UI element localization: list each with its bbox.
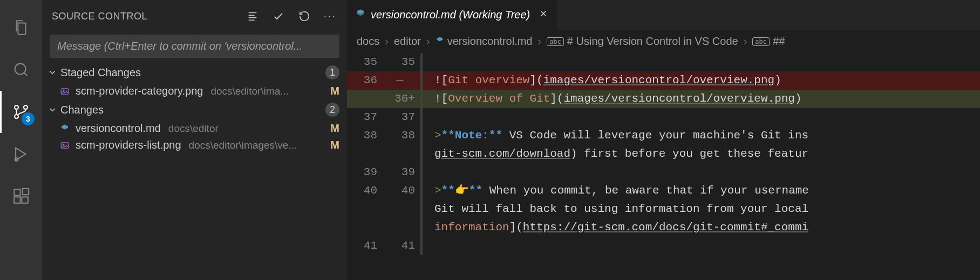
svg-point-10 <box>63 90 64 91</box>
diff-line[interactable]: 3737 <box>347 108 980 126</box>
diff-code: >**👉** When you commit, be aware that if… <box>423 182 980 200</box>
chevron-right-icon: › <box>537 35 541 48</box>
close-tab-icon[interactable] <box>539 9 548 21</box>
commit-message-container <box>50 35 339 58</box>
diff-line[interactable]: 4141 <box>347 237 980 255</box>
svg-rect-8 <box>23 189 29 195</box>
scm-badge: 3 <box>22 112 35 125</box>
diff-code: >**Note:** VS Code will leverage your ma… <box>423 126 980 145</box>
source-control-panel: SOURCE CONTROL ··· Staged Changes 1 <box>42 0 347 280</box>
line-number-gutter <box>347 145 423 163</box>
scm-file-row[interactable]: scm-providers-list.png docs\editor\image… <box>42 137 347 154</box>
chevron-down-icon <box>46 68 58 77</box>
file-name: scm-provider-category.png <box>76 85 203 97</box>
diff-code <box>423 237 980 255</box>
file-status-badge: M <box>330 122 339 135</box>
diff-code: Git will fall back to using information … <box>423 200 980 218</box>
line-number-gutter: 3838 <box>347 126 423 145</box>
diff-line[interactable]: 36—![Git overview](images/versioncontrol… <box>347 71 980 90</box>
commit-icon[interactable] <box>271 9 285 23</box>
activity-run-debug[interactable] <box>0 133 42 175</box>
diff-line[interactable]: information](https://git-scm.com/docs/gi… <box>347 218 980 237</box>
chevron-right-icon: › <box>385 35 389 48</box>
line-number-gutter: 4141 <box>347 237 423 255</box>
svg-rect-6 <box>14 197 20 203</box>
file-path: docs\editor <box>168 123 321 135</box>
image-file-icon <box>59 86 70 97</box>
activity-source-control[interactable]: 3 <box>0 91 42 133</box>
markdown-file-icon <box>356 9 365 21</box>
line-number-gutter: 3535 <box>347 53 423 71</box>
scm-file-row[interactable]: scm-provider-category.png docs\editor\im… <box>42 83 347 99</box>
diff-line[interactable]: git-scm.com/download) first before you g… <box>347 145 980 163</box>
scm-group-header[interactable]: Changes 2 <box>42 99 347 120</box>
chevron-right-icon: › <box>426 35 430 48</box>
panel-header: SOURCE CONTROL ··· <box>42 0 347 32</box>
view-as-tree-icon[interactable] <box>246 9 260 23</box>
line-number-gutter <box>347 200 423 218</box>
breadcrumb-segment[interactable]: abc ## <box>752 35 785 48</box>
svg-point-12 <box>63 144 64 145</box>
diff-line[interactable]: 3535 <box>347 53 980 71</box>
line-number-gutter: 36— <box>347 71 423 90</box>
svg-point-2 <box>24 105 28 109</box>
line-number-gutter: 3939 <box>347 163 423 182</box>
scm-group-header[interactable]: Staged Changes 1 <box>42 62 347 83</box>
file-path: docs\editor\images\ve... <box>189 139 321 151</box>
diff-code <box>423 53 980 71</box>
refresh-icon[interactable] <box>297 9 311 23</box>
file-name: versioncontrol.md <box>76 122 161 135</box>
activity-extensions[interactable] <box>0 175 42 217</box>
chevron-right-icon: › <box>744 35 747 48</box>
diff-code: ![Git overview](images/versioncontrol/ov… <box>423 71 980 90</box>
markdown-file-icon <box>59 123 70 134</box>
markdown-file-icon <box>435 35 444 48</box>
tab-bar: versioncontrol.md (Working Tree) <box>347 0 980 30</box>
file-status-badge: M <box>330 139 339 151</box>
scm-file-row[interactable]: versioncontrol.md docs\editor M <box>42 120 347 137</box>
svg-rect-7 <box>22 197 28 203</box>
diff-line[interactable]: 36+![Overview of Git](images/versioncont… <box>347 90 980 108</box>
file-status-badge: M <box>330 85 339 97</box>
diff-line[interactable]: 3838>**Note:** VS Code will leverage you… <box>347 126 980 145</box>
activity-explorer[interactable] <box>0 6 42 49</box>
diff-line[interactable]: 4040>**👉** When you commit, be aware tha… <box>347 182 980 200</box>
svg-point-3 <box>15 115 18 118</box>
more-actions-icon[interactable]: ··· <box>323 9 337 23</box>
activity-bar: 3 <box>0 0 42 280</box>
editor-tab[interactable]: versioncontrol.md (Working Tree) <box>347 0 557 30</box>
breadcrumb[interactable]: docs › editor › versioncontrol.md › abc … <box>347 30 980 53</box>
group-count-badge: 2 <box>325 103 339 117</box>
diff-line[interactable]: Git will fall back to using information … <box>347 200 980 218</box>
diff-code <box>423 163 980 182</box>
commit-message-input[interactable] <box>50 35 339 58</box>
breadcrumb-segment[interactable]: abc # Using Version Control in VS Code <box>547 35 738 48</box>
image-file-icon <box>59 140 70 151</box>
svg-point-0 <box>15 64 26 75</box>
file-name: scm-providers-list.png <box>76 139 181 151</box>
group-label: Changes <box>60 104 325 116</box>
tab-label: versioncontrol.md (Working Tree) <box>371 9 530 21</box>
diff-code: ![Overview of Git](images/versioncontrol… <box>423 90 980 108</box>
diff-line[interactable]: 3939 <box>347 163 980 182</box>
svg-point-1 <box>15 105 18 109</box>
file-path: docs\editor\ima... <box>210 85 321 97</box>
diff-code: git-scm.com/download) first before you g… <box>423 145 980 163</box>
breadcrumb-segment[interactable]: editor <box>394 35 421 48</box>
line-number-gutter: 4040 <box>347 182 423 200</box>
breadcrumb-segment[interactable]: versioncontrol.md <box>435 35 533 48</box>
editor-area: versioncontrol.md (Working Tree) docs › … <box>347 0 980 280</box>
activity-search[interactable] <box>0 49 42 91</box>
line-number-gutter: 3737 <box>347 108 423 126</box>
line-number-gutter <box>347 218 423 237</box>
diff-code <box>423 108 980 126</box>
breadcrumb-segment[interactable]: docs <box>357 35 379 48</box>
line-number-gutter: 36+ <box>347 90 423 108</box>
group-count-badge: 1 <box>325 65 339 79</box>
diff-code: information](https://git-scm.com/docs/gi… <box>423 218 980 237</box>
group-label: Staged Changes <box>60 66 325 79</box>
panel-title: SOURCE CONTROL <box>52 11 246 22</box>
abc-icon: abc <box>752 37 770 46</box>
diff-editor[interactable]: 3535 36—![Git overview](images/versionco… <box>347 53 980 280</box>
abc-icon: abc <box>547 37 564 46</box>
